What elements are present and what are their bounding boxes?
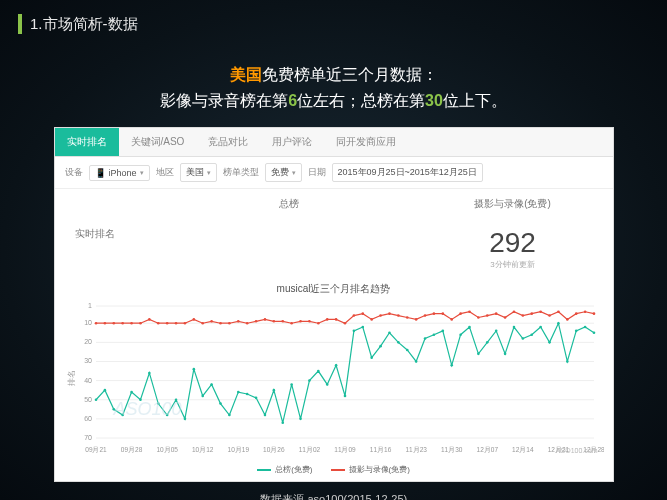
svg-point-127 bbox=[432, 313, 435, 316]
summary-rank: 292 bbox=[433, 227, 593, 259]
filter-date-label: 日期 bbox=[308, 166, 326, 179]
svg-point-103 bbox=[219, 322, 222, 325]
legend-item-category: 摄影与录像(免费) bbox=[331, 464, 410, 475]
svg-point-35 bbox=[121, 414, 124, 417]
svg-text:50: 50 bbox=[84, 396, 92, 403]
svg-point-45 bbox=[210, 383, 213, 386]
svg-point-118 bbox=[352, 314, 355, 317]
headline-rank-1: 6 bbox=[288, 92, 297, 109]
svg-point-47 bbox=[228, 414, 231, 417]
svg-point-102 bbox=[210, 320, 213, 323]
svg-point-34 bbox=[112, 408, 115, 411]
svg-point-123 bbox=[397, 314, 400, 317]
svg-point-132 bbox=[477, 316, 480, 319]
corner-credit: ASO100.com bbox=[556, 447, 598, 454]
svg-point-92 bbox=[121, 322, 124, 325]
svg-point-109 bbox=[272, 320, 275, 323]
svg-point-111 bbox=[290, 322, 293, 325]
svg-point-81 bbox=[530, 334, 533, 337]
svg-text:1: 1 bbox=[88, 302, 92, 309]
svg-point-121 bbox=[379, 314, 382, 317]
tab-3[interactable]: 用户评论 bbox=[260, 128, 324, 156]
tab-0[interactable]: 实时排名 bbox=[55, 128, 119, 156]
svg-point-119 bbox=[361, 313, 364, 316]
svg-point-91 bbox=[112, 322, 115, 325]
svg-point-110 bbox=[281, 320, 284, 323]
svg-text:60: 60 bbox=[84, 415, 92, 422]
svg-point-58 bbox=[325, 383, 328, 386]
headline-rank-2: 30 bbox=[425, 92, 443, 109]
svg-point-51 bbox=[263, 414, 266, 417]
svg-text:10月26: 10月26 bbox=[263, 446, 285, 453]
svg-point-114 bbox=[317, 322, 320, 325]
svg-point-42 bbox=[183, 418, 186, 421]
page-title: 1.市场简析-数据 bbox=[30, 15, 138, 34]
svg-point-129 bbox=[450, 318, 453, 321]
svg-point-95 bbox=[148, 318, 151, 321]
svg-point-96 bbox=[156, 322, 159, 325]
svg-point-71 bbox=[441, 330, 444, 333]
svg-point-85 bbox=[566, 360, 569, 363]
filter-device[interactable]: 📱 iPhone ▾ bbox=[89, 165, 150, 181]
svg-point-122 bbox=[388, 313, 391, 316]
svg-point-67 bbox=[405, 349, 408, 352]
svg-point-49 bbox=[245, 393, 248, 396]
svg-point-69 bbox=[423, 337, 426, 340]
summary-col-overall: 总榜 bbox=[145, 197, 433, 211]
svg-point-116 bbox=[334, 318, 337, 321]
svg-point-65 bbox=[388, 332, 391, 335]
filter-region[interactable]: 美国 ▾ bbox=[180, 163, 217, 182]
svg-point-82 bbox=[539, 326, 542, 329]
svg-point-137 bbox=[521, 314, 524, 317]
svg-point-145 bbox=[592, 313, 595, 316]
svg-point-94 bbox=[139, 322, 142, 325]
svg-text:20: 20 bbox=[84, 339, 92, 346]
svg-point-107 bbox=[254, 320, 257, 323]
summary-updated: 3分钟前更新 bbox=[433, 259, 593, 270]
svg-point-32 bbox=[94, 399, 97, 402]
svg-point-144 bbox=[583, 311, 586, 314]
svg-point-138 bbox=[530, 313, 533, 316]
tab-1[interactable]: 关键词/ASO bbox=[119, 128, 197, 156]
svg-point-135 bbox=[503, 316, 506, 319]
svg-point-104 bbox=[228, 322, 231, 325]
svg-point-61 bbox=[352, 330, 355, 333]
svg-point-117 bbox=[343, 322, 346, 325]
svg-point-80 bbox=[521, 337, 524, 340]
summary-col-category: 摄影与录像(免费) bbox=[433, 197, 593, 211]
svg-point-88 bbox=[592, 332, 595, 335]
svg-point-68 bbox=[414, 360, 417, 363]
svg-text:10月12: 10月12 bbox=[191, 446, 213, 453]
filter-type[interactable]: 免费 ▾ bbox=[265, 163, 302, 182]
legend-item-overall: 总榜(免费) bbox=[257, 464, 312, 475]
tab-2[interactable]: 竞品对比 bbox=[196, 128, 260, 156]
svg-point-130 bbox=[459, 313, 462, 316]
svg-point-40 bbox=[165, 414, 168, 417]
filter-type-label: 榜单类型 bbox=[223, 166, 259, 179]
svg-point-57 bbox=[317, 370, 320, 373]
headline: 美国免费榜单近三个月数据： 影像与录音榜在第6位左右；总榜在第30位上下。 bbox=[0, 62, 667, 113]
svg-text:12月07: 12月07 bbox=[476, 446, 498, 453]
svg-point-120 bbox=[370, 318, 373, 321]
summary-row-label: 实时排名 bbox=[75, 227, 145, 270]
svg-point-115 bbox=[325, 318, 328, 321]
svg-text:30: 30 bbox=[84, 358, 92, 365]
svg-text:排名: 排名 bbox=[67, 370, 76, 386]
filter-date[interactable]: 2015年09月25日~2015年12月25日 bbox=[332, 163, 483, 182]
svg-point-86 bbox=[574, 330, 577, 333]
tab-4[interactable]: 同开发商应用 bbox=[324, 128, 408, 156]
summary-header: 总榜 摄影与录像(免费) bbox=[55, 189, 613, 219]
svg-text:10: 10 bbox=[84, 319, 92, 326]
svg-point-50 bbox=[254, 397, 257, 400]
svg-point-108 bbox=[263, 318, 266, 321]
title-accent bbox=[18, 14, 22, 34]
svg-text:11月09: 11月09 bbox=[334, 446, 356, 453]
svg-point-33 bbox=[103, 389, 106, 392]
svg-text:09月28: 09月28 bbox=[120, 446, 142, 453]
svg-point-131 bbox=[468, 311, 471, 314]
svg-point-140 bbox=[548, 314, 551, 317]
svg-point-55 bbox=[299, 418, 302, 421]
svg-point-143 bbox=[574, 313, 577, 316]
headline-country: 美国 bbox=[230, 66, 262, 83]
svg-point-43 bbox=[192, 368, 195, 371]
